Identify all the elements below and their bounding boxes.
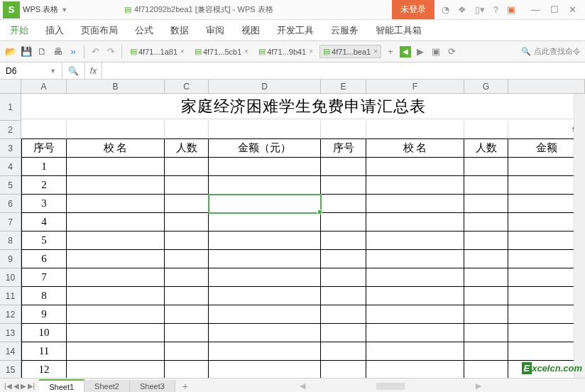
cell[interactable] [366,342,464,361]
cell[interactable]: 11 [21,342,67,361]
cell[interactable] [464,361,508,378]
cell[interactable]: 2 [21,176,67,195]
cell[interactable] [67,232,165,250]
cell[interactable] [67,268,165,287]
menu-data[interactable]: 数据 [170,24,189,37]
row-header-15[interactable]: 15 [0,361,21,378]
cell[interactable] [366,324,464,342]
row-header-7[interactable]: 7 [0,213,21,232]
cell[interactable] [67,361,165,378]
open-icon[interactable]: 📂 [4,45,17,58]
cell[interactable] [464,324,508,342]
tab-first-icon[interactable]: |◀ [4,382,12,390]
row-header-13[interactable]: 13 [0,324,21,342]
cell[interactable] [67,213,165,232]
cell[interactable] [165,305,209,324]
menu-insert[interactable]: 插入 [45,24,64,37]
cell[interactable]: 7 [21,268,67,287]
cell[interactable] [67,176,165,195]
tab-prev-icon[interactable]: ◀ [13,382,19,390]
col-header-D[interactable]: D [209,80,321,93]
cell[interactable]: 8 [21,287,67,305]
row-header-10[interactable]: 10 [0,268,21,287]
cell[interactable] [321,195,366,213]
cell[interactable] [321,361,366,378]
cell[interactable] [464,268,508,287]
cell[interactable] [321,121,366,139]
cell[interactable] [165,268,209,287]
cell[interactable] [321,287,366,305]
cell[interactable] [464,213,508,232]
formula-input[interactable] [102,62,585,79]
cell[interactable]: 6 [21,250,67,268]
cell[interactable] [165,121,209,139]
maximize-button[interactable]: ☐ [550,4,559,15]
cell[interactable] [165,176,209,195]
row-header-5[interactable]: 5 [0,176,21,195]
cell[interactable] [209,287,321,305]
feedback-icon[interactable]: ▣ [507,4,515,15]
col-header-F[interactable]: F [366,80,464,93]
cell[interactable]: 4 [21,213,67,232]
help-icon[interactable]: ? [493,4,498,15]
cell[interactable] [366,287,464,305]
cell[interactable]: 9 [21,305,67,324]
close-tab-icon[interactable]: × [373,48,378,55]
tool-dropdown-icon[interactable]: ▯▾ [475,4,485,15]
cell[interactable] [209,250,321,268]
menu-smart-toolbox[interactable]: 智能工具箱 [376,24,422,37]
header-seq-right[interactable]: 序号 [321,139,366,158]
cell[interactable] [165,250,209,268]
close-tab-icon[interactable]: × [244,48,248,55]
cell[interactable] [165,158,209,176]
cell[interactable] [366,195,464,213]
vertical-scrollbar[interactable] [574,94,585,378]
tab-nav-left-icon[interactable]: ◀ [400,46,411,58]
cell[interactable] [366,250,464,268]
cell[interactable] [209,232,321,250]
tab-list-icon[interactable]: ▣ [430,45,442,58]
cell[interactable] [464,250,508,268]
sheet-tab-3[interactable]: Sheet3 [130,380,175,393]
cell[interactable] [209,213,321,232]
cell[interactable] [366,158,464,176]
cell[interactable] [321,213,366,232]
minimize-button[interactable]: — [531,4,540,15]
formula-search-icon[interactable]: 🔍 [62,62,85,79]
doc-tab-3[interactable]: ▤4f71...bea1× [319,45,381,58]
cell[interactable] [209,121,321,139]
cell[interactable] [165,342,209,361]
sheet-tab-2[interactable]: Sheet2 [84,380,130,393]
header-count-right[interactable]: 人数 [464,139,508,158]
cell[interactable] [321,158,366,176]
add-sheet-button[interactable]: + [175,381,195,392]
cell[interactable] [209,195,321,213]
cell[interactable] [67,250,165,268]
cell[interactable] [321,268,366,287]
row-header-1[interactable]: 1 [0,94,21,121]
cell[interactable] [165,213,209,232]
row-header-6[interactable]: 6 [0,195,21,213]
cell[interactable] [366,176,464,195]
print-icon[interactable]: 🖶 [51,45,64,58]
tab-next-icon[interactable]: ▶ [21,382,26,390]
doc-tab-2[interactable]: ▤4f71...9b41× [255,45,317,58]
col-header-A[interactable]: A [21,80,67,93]
row-header-8[interactable]: 8 [0,232,21,250]
col-header-B[interactable]: B [67,80,165,93]
cell[interactable] [67,195,165,213]
undo-icon[interactable]: ↶ [89,45,102,58]
title-cell[interactable]: 家庭经济困难学生免费申请汇总表 [21,94,585,119]
cell[interactable] [464,342,508,361]
cell[interactable] [209,268,321,287]
row-header-9[interactable]: 9 [0,250,21,268]
row-header-12[interactable]: 12 [0,305,21,324]
header-school-left[interactable]: 校 名 [67,139,165,158]
header-seq-left[interactable]: 序号 [21,139,67,158]
col-header-C[interactable]: C [165,80,209,93]
grid-body[interactable]: 1 家庭经济困难学生免费申请汇总表 2 年 3 序号 校 名 人数 金额（元） … [0,94,585,378]
fx-button[interactable]: fx [85,62,102,79]
close-button[interactable]: ✕ [569,4,576,15]
cell[interactable] [366,121,464,139]
cell[interactable] [321,324,366,342]
